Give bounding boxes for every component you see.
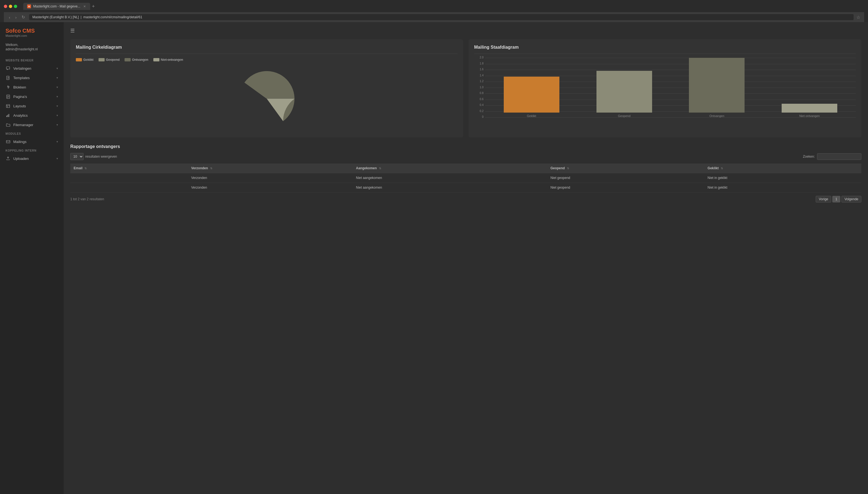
legend-label-ontvangen: Ontvangen bbox=[132, 58, 148, 62]
cell-aangekomen-2: Niet aangekomen bbox=[353, 183, 547, 192]
sort-icon-verzonden[interactable]: ⇅ bbox=[210, 167, 212, 170]
active-tab[interactable]: M Masterlight.com - Mail gegeve... ✕ bbox=[23, 3, 90, 10]
chevron-down-icon: ▾ bbox=[56, 76, 58, 80]
sidebar-email: admin@masterlight.nl bbox=[0, 47, 64, 56]
bar-niet-ontvangen: Niet ontvangen bbox=[763, 58, 856, 117]
uploaden-label: Uploaden bbox=[13, 156, 54, 161]
table-section-title: Rapportage ontvangers bbox=[70, 144, 861, 149]
search-input[interactable] bbox=[817, 153, 861, 160]
legend-label-niet-ontvangen: Niet ontvangen bbox=[161, 58, 183, 62]
y-label-2: 2.0 bbox=[475, 56, 483, 59]
bar-chart-title: Mailing Staafdiagram bbox=[474, 45, 856, 50]
sidebar-item-vertalingen[interactable]: Vertalingen ▾ bbox=[0, 64, 64, 73]
cell-verzonden-1: Verzonden bbox=[188, 173, 353, 183]
maximize-button[interactable] bbox=[14, 5, 17, 8]
chevron-down-icon: ▾ bbox=[56, 114, 58, 117]
doc-icon bbox=[5, 94, 11, 99]
sidebar-domain: Masterlight.com bbox=[5, 34, 58, 37]
svg-rect-7 bbox=[6, 140, 10, 143]
sidebar-item-analytics[interactable]: Analytics ▾ bbox=[0, 111, 64, 120]
pagination-page-1-button[interactable]: 1 bbox=[832, 196, 840, 203]
mailings-label: Mailings bbox=[13, 140, 54, 144]
pagination-info: 1 tot 2 van 2 resultaten bbox=[70, 197, 104, 201]
chevron-down-icon: ▾ bbox=[56, 66, 58, 70]
y-label-06: 0.6 bbox=[475, 98, 483, 101]
results-select: 10 25 50 resultaten weergeven bbox=[70, 153, 117, 160]
search-label: Zoeken: bbox=[803, 155, 815, 158]
analytics-label: Analytics bbox=[13, 113, 54, 117]
pagination-buttons: Vorige 1 Volgende bbox=[816, 196, 861, 203]
browser-chrome: M Masterlight.com - Mail gegeve... ✕ + ‹… bbox=[0, 0, 868, 22]
main-content: ☰ Mailing Cirkeldiagram Geklikt Geopend bbox=[64, 22, 868, 494]
sort-icon-aangekomen[interactable]: ⇅ bbox=[379, 167, 381, 170]
sidebar-item-uploaden[interactable]: Uploaden ▾ bbox=[0, 154, 64, 163]
chat-icon bbox=[5, 66, 11, 71]
tab-bar: M Masterlight.com - Mail gegeve... ✕ + bbox=[23, 3, 864, 10]
sidebar-item-templates[interactable]: Templates ▾ bbox=[0, 73, 64, 82]
sidebar-item-blokken[interactable]: Blokken ▾ bbox=[0, 82, 64, 92]
sort-icon-geklikt[interactable]: ⇅ bbox=[721, 167, 723, 170]
chevron-down-icon: ▾ bbox=[56, 95, 58, 98]
y-label-16: 1.6 bbox=[475, 68, 483, 71]
pagination-next-button[interactable]: Volgende bbox=[842, 196, 861, 203]
sort-icon-email[interactable]: ⇅ bbox=[85, 167, 87, 170]
col-aangekomen: Aangekomen ⇅ bbox=[353, 164, 547, 173]
bookmark-button[interactable]: ☆ bbox=[856, 15, 860, 20]
sidebar-item-paginas[interactable]: Pagina's ▾ bbox=[0, 92, 64, 101]
address-input[interactable] bbox=[29, 14, 854, 20]
cell-geopend-2: Niet geopend bbox=[547, 183, 704, 192]
sidebar-item-mailings[interactable]: Mailings ▾ bbox=[0, 137, 64, 146]
col-geopend: Geopend ⇅ bbox=[547, 164, 704, 173]
logo-text: Sofco CMS bbox=[5, 28, 58, 34]
pie-chart-card: Mailing Cirkeldiagram Geklikt Geopend On… bbox=[70, 39, 463, 137]
col-geklikt: Geklikt ⇅ bbox=[704, 164, 861, 173]
sidebar: Sofco CMS Masterlight.com Welkom, admin@… bbox=[0, 22, 64, 494]
table-header: Email ⇅ Verzonden ⇅ Aangekomen ⇅ Geope bbox=[70, 164, 861, 173]
search-area: Zoeken: bbox=[803, 153, 861, 160]
bar-niet-ontvangen-label: Niet ontvangen bbox=[799, 114, 820, 117]
bar-geopend-label: Geopend bbox=[618, 114, 630, 117]
svg-rect-4 bbox=[6, 116, 7, 117]
cell-aangekomen-1: Niet aangekomen bbox=[353, 173, 547, 183]
col-email: Email ⇅ bbox=[70, 164, 188, 173]
sort-icon-geopend[interactable]: ⇅ bbox=[567, 167, 569, 170]
forward-button[interactable]: › bbox=[14, 14, 18, 20]
file-icon bbox=[5, 75, 11, 80]
blokken-label: Blokken bbox=[13, 85, 54, 89]
back-button[interactable]: ‹ bbox=[8, 14, 11, 20]
y-label-02: 0.2 bbox=[475, 110, 483, 113]
y-label-08: 0.8 bbox=[475, 92, 483, 95]
legend-color-geklikt bbox=[76, 58, 82, 61]
app-layout: Sofco CMS Masterlight.com Welkom, admin@… bbox=[0, 22, 868, 494]
legend-item-geopend: Geopend bbox=[98, 58, 119, 62]
section-koppeling: KOPPELING INTERN bbox=[0, 146, 64, 154]
results-per-page-select[interactable]: 10 25 50 bbox=[70, 153, 84, 160]
y-label-04: 0.4 bbox=[475, 103, 483, 107]
minimize-button[interactable] bbox=[9, 5, 12, 8]
recipients-table: Email ⇅ Verzonden ⇅ Aangekomen ⇅ Geope bbox=[70, 164, 861, 192]
legend-item-geklikt: Geklikt bbox=[76, 58, 94, 62]
close-button[interactable] bbox=[4, 5, 7, 8]
results-label: resultaten weergeven bbox=[85, 155, 117, 158]
cell-email-1 bbox=[70, 173, 188, 183]
svg-rect-6 bbox=[8, 114, 9, 117]
legend-color-geopend bbox=[98, 58, 105, 61]
hamburger-menu-button[interactable]: ☰ bbox=[70, 28, 861, 34]
pagination-prev-button[interactable]: Vorige bbox=[816, 196, 831, 203]
reload-button[interactable]: ↻ bbox=[20, 14, 26, 20]
folder-icon bbox=[5, 122, 11, 127]
new-tab-button[interactable]: + bbox=[92, 4, 95, 9]
section-modules: MODULES bbox=[0, 130, 64, 137]
table-header-row: Email ⇅ Verzonden ⇅ Aangekomen ⇅ Geope bbox=[70, 164, 861, 173]
tab-close-button[interactable]: ✕ bbox=[82, 4, 86, 8]
cell-geklikt-2: Niet in geklikt bbox=[704, 183, 861, 192]
cell-geopend-1: Niet geopend bbox=[547, 173, 704, 183]
vertalingen-label: Vertalingen bbox=[13, 66, 54, 71]
sidebar-item-layouts[interactable]: Layouts ▾ bbox=[0, 101, 64, 111]
bar-geklikt: Geklikt bbox=[485, 58, 578, 117]
sidebar-item-filemanager[interactable]: Filemanager ▾ bbox=[0, 120, 64, 130]
bar-ontvangen: Ontvangen bbox=[671, 58, 763, 117]
y-label-10: 1.0 bbox=[475, 86, 483, 89]
tab-title: Masterlight.com - Mail gegeve... bbox=[33, 4, 80, 8]
chevron-down-icon: ▾ bbox=[56, 140, 58, 144]
